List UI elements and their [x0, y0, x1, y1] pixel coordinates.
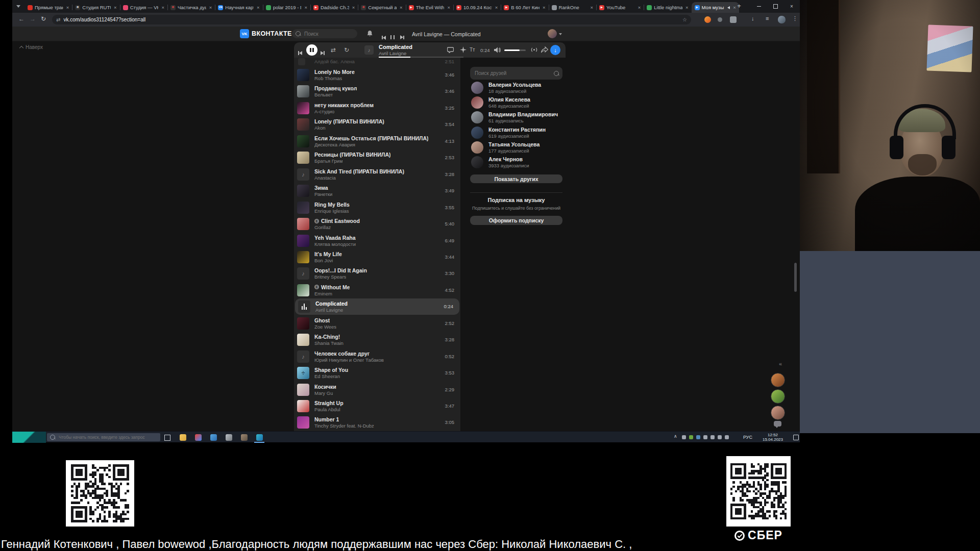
tab-close-icon[interactable]: ×: [256, 5, 260, 10]
notifications-bell-icon[interactable]: [366, 30, 373, 37]
rail-avatar[interactable]: [771, 406, 785, 420]
maximize-button[interactable]: [767, 0, 783, 13]
friend-row[interactable]: Константин Растяпин619 аудиозаписей: [470, 126, 562, 140]
notification-center-icon[interactable]: [793, 435, 799, 440]
track-row[interactable]: EWithout MeEminem4:52: [294, 282, 460, 298]
extension-fox-icon[interactable]: [704, 16, 711, 23]
vk-user-avatar[interactable]: [548, 29, 557, 38]
volume-slider[interactable]: [504, 49, 526, 51]
tab-close-icon[interactable]: ×: [542, 5, 546, 10]
tray-icon-network[interactable]: [703, 435, 707, 439]
rail-avatar[interactable]: [771, 373, 785, 387]
browser-tab[interactable]: ▶Моя музы×: [692, 2, 739, 13]
mini-next-icon[interactable]: [400, 32, 404, 41]
friend-row[interactable]: Алек Чернов3933 аудиозаписи: [470, 156, 562, 170]
track-row[interactable]: Если Хочешь Остаться (ПИРАТЫ ВИНИЛА)Диск…: [294, 133, 460, 149]
track-row[interactable]: нету никаких проблемА-студио3:25: [294, 100, 460, 116]
tab-close-icon[interactable]: ×: [113, 5, 117, 10]
volume-icon[interactable]: [494, 47, 501, 53]
lyrics-icon[interactable]: Тт: [470, 47, 475, 53]
shuffle-icon[interactable]: ⇄: [331, 46, 336, 54]
tray-icon-usb[interactable]: [725, 435, 729, 439]
dislike-icon[interactable]: [447, 46, 454, 53]
url-text[interactable]: vk.com/audios31124547?section=all: [63, 17, 679, 22]
browser-tab[interactable]: ▶В 60 Лет Кин×: [501, 2, 548, 13]
friend-avatar[interactable]: [471, 141, 483, 154]
tab-close-icon[interactable]: ×: [637, 5, 641, 10]
track-row[interactable]: Lonely No MoreRob Thomas3:46: [294, 67, 460, 83]
friend-name[interactable]: Юлия Киселева: [488, 96, 530, 103]
friend-avatar[interactable]: [471, 156, 483, 168]
track-row[interactable]: EClint EastwoodGorillaz5:40: [294, 216, 460, 232]
friend-avatar[interactable]: [471, 111, 483, 123]
tab-close-icon[interactable]: ×: [65, 5, 69, 10]
track-row[interactable]: Ring My BellsEnrique Iglesias3:55: [294, 199, 460, 216]
track-row[interactable]: Lonely (ПИРАТЫ ВИНИЛА)Akon3:54: [294, 116, 460, 133]
mail-icon[interactable]: [207, 433, 219, 441]
rail-avatar[interactable]: [771, 389, 785, 404]
friend-name[interactable]: Татьяна Усольцева: [488, 141, 540, 147]
taskbar-app-tile[interactable]: [12, 432, 46, 443]
site-info-icon[interactable]: ⇄: [56, 17, 60, 22]
browser-tab[interactable]: RСтудия RUTUBE×: [72, 2, 119, 13]
mini-prev-icon[interactable]: [382, 32, 386, 41]
track-row[interactable]: ComplicatedAvril Lavigne0:24: [295, 298, 459, 315]
share-icon[interactable]: [541, 46, 548, 53]
browser-tab[interactable]: ▶The Evil Within×: [406, 2, 453, 13]
address-bar[interactable]: ⇄ vk.com/audios31124547?section=all ☆: [52, 15, 691, 24]
gimp-icon[interactable]: [238, 433, 250, 441]
bookmark-star-icon[interactable]: ☆: [682, 17, 687, 22]
track-row[interactable]: ♪Человек собаке другЮрий Никулин и Олег …: [294, 348, 460, 365]
friends-search[interactable]: [470, 67, 562, 80]
extension-dot-icon[interactable]: [718, 17, 722, 22]
collapse-rail-icon[interactable]: «: [779, 361, 782, 367]
chat-bubble-icon[interactable]: [774, 421, 781, 427]
friend-name[interactable]: Валерия Усольцева: [488, 82, 541, 88]
friend-row[interactable]: Валерия Усольцева18 аудиозаписей: [470, 81, 562, 95]
taskbar-clock[interactable]: 12:52 15.04.2023: [758, 433, 787, 442]
tab-close-icon[interactable]: ×: [589, 5, 593, 10]
browser-tab[interactable]: ▶Dadside Ch.3×: [310, 2, 358, 13]
new-tab-button[interactable]: +: [734, 2, 744, 11]
close-button[interactable]: ×: [783, 0, 800, 13]
track-row[interactable]: Ka-Ching!Shania Twain3:28: [294, 332, 460, 348]
tray-icon-cloud[interactable]: [682, 435, 686, 439]
track-row[interactable]: ♪Oops!...I Did It AgainBritney Spears3:3…: [294, 265, 460, 282]
track-row[interactable]: Ресницы (ПИРАТЫ ВИНИЛА)Братья Грим2:53: [294, 149, 460, 166]
show-others-button[interactable]: Показать других: [470, 174, 562, 183]
vk-header-search[interactable]: [292, 29, 357, 38]
track-row[interactable]: ♪Sick And Tired (ПИРАТЫ ВИНИЛА)Anastacia…: [294, 166, 460, 183]
track-row[interactable]: ЗимаРанетки3:49: [294, 183, 460, 199]
friends-search-input[interactable]: [474, 70, 551, 77]
friend-name[interactable]: Константин Растяпин: [488, 127, 546, 133]
browser-tab[interactable]: VKНаучная карт×: [215, 2, 262, 13]
player-track-title[interactable]: Complicated: [379, 44, 412, 50]
tab-close-icon[interactable]: ×: [446, 5, 450, 10]
browser-tab[interactable]: Little nightmar×: [644, 2, 691, 13]
friend-row[interactable]: Юлия Киселева648 аудиозаписей: [470, 96, 562, 110]
track-row[interactable]: Number 1Tinchy Stryder feat. N-Dubz3:05: [294, 414, 460, 431]
page-scrollbar-thumb[interactable]: [794, 263, 797, 292]
back-icon[interactable]: ←: [18, 15, 24, 22]
friend-avatar[interactable]: [471, 82, 483, 94]
tray-icon-volume[interactable]: [710, 435, 715, 439]
minimize-button[interactable]: [751, 0, 767, 13]
tab-close-icon[interactable]: ×: [494, 5, 498, 10]
tray-icon-app-blue[interactable]: [696, 435, 700, 439]
browser-tab[interactable]: RankOne×: [549, 2, 596, 13]
toolbar-list-icon[interactable]: ≡: [766, 15, 769, 21]
playlist-partial-row[interactable]: Алдой бас. Алена 2:51: [294, 58, 460, 66]
explorer-icon[interactable]: [177, 433, 189, 441]
taskbar-search[interactable]: [47, 433, 160, 441]
tab-search-caret-icon[interactable]: [16, 5, 20, 8]
vk-logo[interactable]: VK ВКОНТАКТЕ: [240, 29, 292, 38]
search-input[interactable]: [303, 31, 354, 37]
tab-close-icon[interactable]: ×: [351, 5, 355, 10]
header-now-playing[interactable]: Avril Lavigne — Complicated: [412, 31, 481, 37]
tab-close-icon[interactable]: ×: [303, 5, 307, 10]
tab-close-icon[interactable]: ×: [160, 5, 164, 10]
track-row[interactable]: ÷Shape of YouEd Sheeran3:53: [294, 365, 460, 381]
friend-avatar[interactable]: [471, 96, 483, 109]
mini-pause-icon[interactable]: [390, 32, 395, 41]
taskbar-search-input[interactable]: [58, 434, 157, 440]
